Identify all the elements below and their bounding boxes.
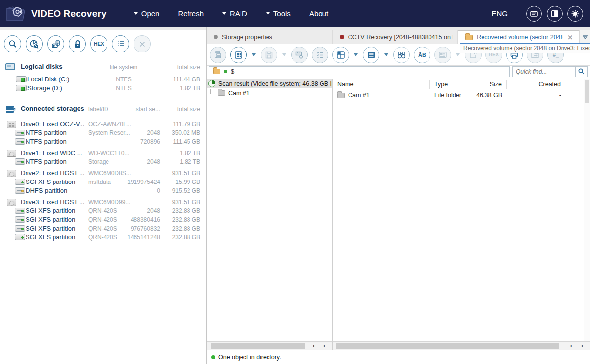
save-settings-button[interactable]: [291, 47, 308, 63]
storage-icon: [15, 187, 25, 194]
storage-row[interactable]: SGI XFS partition QRN-420S 1465141248 23…: [2, 233, 204, 242]
storage-usage-button[interactable]: [26, 35, 43, 52]
tab-list-button[interactable]: [579, 30, 590, 44]
gear-icon: [570, 9, 580, 19]
file-rows: Cam #1 File folder 46.38 GB -: [333, 90, 590, 100]
properties-list-button[interactable]: [112, 35, 129, 52]
list-view-dropdown[interactable]: [384, 53, 388, 56]
save-button[interactable]: [261, 47, 277, 63]
binoculars-icon: [396, 50, 407, 60]
storage-row[interactable]: NTFS partition System Reser... 2048 350.…: [2, 129, 204, 137]
scan-result-icon: [208, 80, 215, 87]
quad-layout-button[interactable]: [332, 47, 349, 63]
tab-storage-properties[interactable]: Storage properties: [207, 30, 333, 44]
panel-icon: [550, 9, 560, 19]
disk-icon: [16, 76, 27, 82]
files-horizontal-scrollbar[interactable]: ‹ ›: [333, 341, 590, 350]
storage-stack-icon: [5, 105, 16, 114]
tree-horizontal-scrollbar[interactable]: ‹ ›: [207, 341, 333, 350]
scroll-left-arrow[interactable]: ‹: [310, 342, 318, 350]
quick-find-button[interactable]: [575, 67, 587, 77]
language-selector[interactable]: ENG: [491, 9, 508, 18]
close-storage-button[interactable]: [134, 35, 151, 52]
grid-view-button[interactable]: [230, 47, 247, 63]
scroll-right-arrow[interactable]: ›: [578, 342, 586, 350]
storage-row[interactable]: NTFS partition Storage 2048 1.82 TB: [2, 157, 204, 166]
column-total-size: total size: [177, 106, 200, 113]
tab-cctv-recovery[interactable]: CCTV Recovery [2048-488380415 on Driv...: [333, 30, 458, 44]
list-view-icon: [366, 50, 376, 60]
column-file-system: file system: [103, 64, 144, 71]
storage-row[interactable]: DHFS partition 0 915.52 GB: [2, 186, 204, 195]
storage-row[interactable]: Drive3: Fixed HGST ... WMC6M0D99... 931.…: [2, 198, 204, 207]
list-view-button[interactable]: [363, 47, 379, 63]
menu-open[interactable]: Open: [134, 9, 160, 18]
tree-item-cam1[interactable]: Cam #1: [207, 88, 332, 98]
storage-row[interactable]: SGI XFS partition QRN-420S 488380416 232…: [2, 215, 204, 224]
column-type[interactable]: Type: [430, 80, 464, 89]
tab-recovered-volume[interactable]: Recovered volume (sector 2048 on Dr... ✕: [458, 30, 579, 44]
quad-layout-icon: [336, 50, 346, 60]
storage-icon: [15, 179, 25, 185]
menu-raid[interactable]: RAID: [222, 9, 247, 18]
scrollbar-thumb[interactable]: [336, 343, 559, 349]
panel-top-strip: [207, 27, 590, 30]
settings-button[interactable]: [567, 6, 583, 22]
menu-refresh[interactable]: Refresh: [178, 9, 204, 18]
address-bar[interactable]: $: [209, 66, 510, 77]
scrollbar-thumb[interactable]: [211, 343, 305, 349]
scroll-left-arrow[interactable]: ‹: [567, 342, 575, 350]
storage-row[interactable]: SGI XFS partition msftdata 1919975424 15…: [2, 178, 204, 186]
checklist-button[interactable]: [312, 47, 328, 63]
storage-row[interactable]: NTFS partition 720896 111.45 GB: [2, 137, 204, 146]
connected-storage-list: Drive0: Fixed OCZ-V... OCZ-AWNZ0F... 111…: [0, 117, 206, 242]
tree-item-scan-result[interactable]: Scan result (Video file system; 46.38 GB…: [207, 79, 332, 88]
hex-view-button[interactable]: HEX: [90, 35, 107, 52]
status-dot-icon: [211, 355, 215, 359]
logical-disk-row[interactable]: Storage (D:) NTFS 1.82 TB: [2, 84, 204, 93]
section-title: Connected storages: [21, 105, 84, 112]
quad-layout-dropdown[interactable]: [354, 53, 358, 56]
storage-icon: [15, 216, 25, 223]
storage-row[interactable]: SGI XFS partition QRN-420S 976760832 232…: [2, 224, 204, 233]
column-created[interactable]: Created: [507, 80, 565, 89]
messages-button[interactable]: [526, 6, 542, 22]
green-dot-icon: [224, 70, 227, 73]
folder-icon: [218, 90, 225, 96]
save-dropdown[interactable]: [282, 53, 286, 56]
search-button[interactable]: [4, 35, 21, 52]
vertical-scrollbar[interactable]: [584, 79, 590, 341]
report-tree-button[interactable]: [210, 47, 226, 63]
find-button[interactable]: [393, 47, 410, 63]
preview-pane-button[interactable]: [434, 47, 451, 63]
disk-icon: [16, 85, 27, 91]
chevron-down-icon: [266, 12, 270, 15]
close-tab-icon[interactable]: ✕: [566, 34, 574, 41]
storage-icon: [7, 199, 16, 206]
menu-tools[interactable]: Tools: [266, 9, 291, 18]
storage-row[interactable]: Drive1: Fixed WDC ... WD-WCC1T0... 1.82 …: [2, 149, 204, 157]
column-start-sector: start se...: [136, 106, 160, 113]
storage-row[interactable]: SGI XFS partition QRN-420S 2048 232.88 G…: [2, 207, 204, 215]
quick-find-input[interactable]: [513, 68, 575, 75]
column-name[interactable]: Name: [333, 80, 430, 89]
scrollbar-thumb[interactable]: [585, 80, 589, 103]
storage-row[interactable]: Drive2: Fixed HGST ... WMC6M0D8S... 931.…: [2, 169, 204, 178]
logical-disk-row[interactable]: Local Disk (C:) NTFS 111.44 GB: [2, 75, 204, 84]
storage-usage-icon: [29, 39, 40, 50]
storage-icon: [7, 121, 16, 128]
lock-icon: [72, 39, 83, 50]
app-logo-icon: [5, 4, 27, 24]
file-row[interactable]: Cam #1 File folder 46.38 GB -: [333, 90, 590, 100]
menu-about[interactable]: About: [309, 9, 328, 18]
grid-view-dropdown[interactable]: [252, 53, 256, 56]
disk-image-button[interactable]: [47, 35, 64, 52]
encoding-button[interactable]: ĀB: [414, 47, 430, 63]
encryption-button[interactable]: [69, 35, 86, 52]
scroll-right-arrow[interactable]: ›: [321, 342, 328, 350]
preview-pane-icon: [438, 50, 448, 60]
panel-layout-button[interactable]: [547, 6, 563, 22]
column-size[interactable]: Size: [464, 80, 507, 89]
preview-pane-dropdown[interactable]: [456, 53, 460, 56]
storage-row[interactable]: Drive0: Fixed OCZ-V... OCZ-AWNZ0F... 111…: [2, 120, 204, 129]
